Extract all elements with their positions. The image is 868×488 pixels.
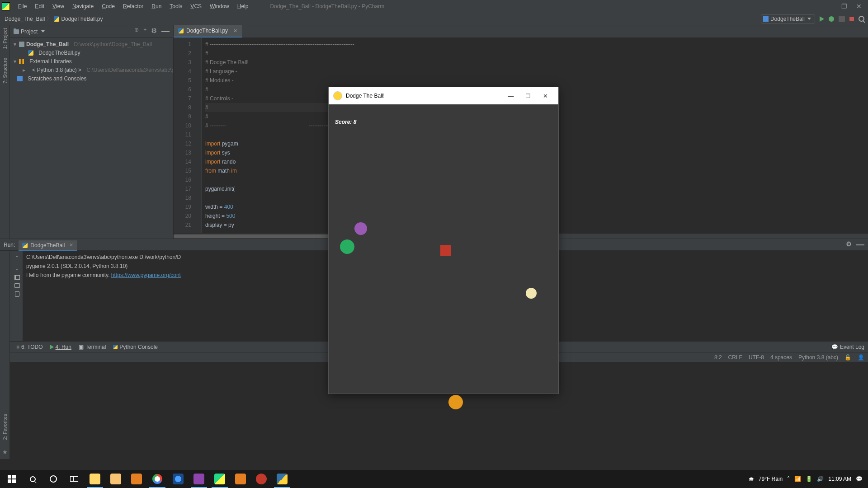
run-button[interactable] bbox=[820, 16, 824, 22]
menu-window[interactable]: Window bbox=[206, 1, 233, 11]
fold-gutter[interactable] bbox=[195, 38, 202, 233]
close-tab-icon[interactable]: ✕ bbox=[69, 242, 73, 248]
menu-tools[interactable]: Tools bbox=[166, 1, 186, 11]
pygame-title-bar[interactable]: Dodge The Ball! — ☐ ✕ bbox=[329, 87, 558, 104]
tab-todo[interactable]: ≡ 6: TODO bbox=[16, 344, 43, 350]
run-tab[interactable]: DodgeTheBall ✕ bbox=[19, 240, 77, 251]
event-log[interactable]: 💬 Event Log bbox=[831, 344, 864, 350]
battery-icon[interactable]: 🔋 bbox=[806, 476, 812, 482]
menu-edit[interactable]: Edit bbox=[31, 1, 48, 11]
editor-tabs: DodgeTheBall.py ✕ bbox=[174, 25, 868, 38]
notifications-icon[interactable]: 💬 bbox=[856, 476, 863, 482]
tab-structure[interactable]: 7: Structure bbox=[2, 58, 8, 84]
readonly-icon[interactable]: 🔓 bbox=[844, 354, 851, 361]
run-with-coverage-button[interactable] bbox=[839, 16, 845, 22]
trash-icon[interactable] bbox=[15, 291, 19, 297]
taskbar-app[interactable] bbox=[251, 470, 271, 488]
maximize-icon[interactable]: ☐ bbox=[519, 93, 537, 99]
tab-python-console[interactable]: Python Console bbox=[113, 344, 158, 350]
task-view-button[interactable] bbox=[64, 470, 84, 488]
project-panel-title: Project bbox=[21, 28, 38, 35]
maximize-icon[interactable]: ❐ bbox=[841, 3, 847, 10]
gear-icon[interactable]: ⚙ bbox=[151, 27, 157, 36]
locate-icon[interactable]: ⊕ bbox=[134, 27, 139, 36]
close-icon[interactable]: ✕ bbox=[856, 3, 862, 10]
run-config-selector[interactable]: DodgeTheBall bbox=[761, 14, 815, 23]
taskbar-app-vs[interactable] bbox=[189, 470, 209, 488]
game-ball bbox=[448, 395, 463, 409]
up-icon[interactable]: ↑ bbox=[15, 253, 19, 261]
tab-favorites[interactable]: 2: Favorites bbox=[2, 414, 8, 440]
game-canvas[interactable]: Score: 8 bbox=[329, 104, 558, 394]
search-everywhere-button[interactable] bbox=[859, 16, 864, 22]
chevron-down-icon[interactable] bbox=[41, 30, 45, 33]
interpreter[interactable]: Python 3.8 (abc) bbox=[798, 354, 838, 361]
soft-wrap-icon[interactable] bbox=[14, 275, 20, 280]
taskbar-app-explorer[interactable] bbox=[85, 470, 105, 488]
system-tray[interactable]: 🌧 79°F Rain ˄ 📶 🔋 🔊 11:09 AM 💬 bbox=[749, 476, 866, 482]
menu-vcs[interactable]: VCS bbox=[187, 1, 205, 11]
project-tree[interactable]: ▾ Dodge_The_Ball D:\work\python\Dodge_Th… bbox=[10, 38, 173, 84]
menu-help[interactable]: Help bbox=[234, 1, 252, 11]
close-tab-icon[interactable]: ✕ bbox=[233, 28, 237, 34]
tree-file[interactable]: DodgeTheBall.py bbox=[38, 50, 80, 56]
menu-navigate[interactable]: Navigate bbox=[69, 1, 97, 11]
windows-taskbar[interactable]: 🌧 79°F Rain ˄ 📶 🔋 🔊 11:09 AM 💬 bbox=[0, 470, 868, 488]
minimize-icon[interactable]: — bbox=[826, 3, 832, 10]
tab-run[interactable]: 4: Run bbox=[50, 344, 71, 350]
star-icon: ★ bbox=[2, 449, 8, 455]
minimize-icon[interactable]: — bbox=[502, 93, 519, 99]
breadcrumb-project[interactable]: Dodge_The_Ball bbox=[5, 16, 45, 22]
start-button[interactable] bbox=[2, 470, 22, 488]
gear-icon[interactable]: ⚙ bbox=[846, 240, 852, 249]
menu-code[interactable]: Code bbox=[98, 1, 118, 11]
menu-run[interactable]: Run bbox=[148, 1, 165, 11]
down-icon[interactable]: ↓ bbox=[15, 264, 19, 272]
hide-icon[interactable]: — bbox=[856, 240, 864, 249]
tab-terminal[interactable]: ▣ Terminal bbox=[79, 344, 106, 350]
tab-project[interactable]: 1: Project bbox=[2, 28, 8, 49]
file-encoding[interactable]: UTF-8 bbox=[749, 354, 764, 361]
search-button[interactable] bbox=[23, 470, 42, 488]
collapse-icon[interactable]: ÷ bbox=[143, 27, 146, 36]
indent[interactable]: 4 spaces bbox=[770, 354, 792, 361]
weather-icon[interactable]: 🌧 bbox=[749, 476, 754, 482]
breadcrumb: Dodge_The_Ball 〉 DodgeTheBall.py bbox=[5, 15, 103, 23]
svg-rect-0 bbox=[8, 475, 11, 479]
tree-root[interactable]: Dodge_The_Ball bbox=[26, 41, 69, 47]
taskbar-app-python[interactable] bbox=[272, 470, 292, 488]
taskbar-app-chrome[interactable] bbox=[147, 470, 167, 488]
menu-refactor[interactable]: Refactor bbox=[119, 1, 147, 11]
main-menu: File Edit View Navigate Code Refactor Ru… bbox=[14, 1, 252, 11]
menu-file[interactable]: File bbox=[14, 1, 30, 11]
game-player-square bbox=[440, 245, 451, 256]
hide-icon[interactable]: — bbox=[161, 27, 170, 36]
cortana-button[interactable] bbox=[43, 470, 63, 488]
line-ending[interactable]: CRLF bbox=[728, 354, 742, 361]
stop-button[interactable] bbox=[849, 17, 854, 21]
memory-icon[interactable]: 👤 bbox=[858, 354, 864, 361]
debug-button[interactable] bbox=[829, 16, 834, 22]
tree-scratches[interactable]: Scratches and Consoles bbox=[28, 75, 86, 82]
tree-python-env[interactable]: < Python 3.8 (abc) > bbox=[32, 67, 81, 73]
print-icon[interactable] bbox=[14, 283, 20, 288]
taskbar-app-folder[interactable] bbox=[106, 470, 126, 488]
taskbar-app[interactable] bbox=[127, 470, 146, 488]
clock[interactable]: 11:09 AM bbox=[828, 476, 851, 482]
taskbar-app[interactable] bbox=[168, 470, 188, 488]
editor-tab[interactable]: DodgeTheBall.py ✕ bbox=[174, 25, 242, 38]
menu-view[interactable]: View bbox=[49, 1, 68, 11]
taskbar-app-sublime[interactable] bbox=[231, 470, 250, 488]
volume-icon[interactable]: 🔊 bbox=[817, 476, 824, 482]
console-link[interactable]: https://www.pygame.org/cont bbox=[111, 272, 181, 278]
taskbar-app-pycharm[interactable] bbox=[210, 470, 230, 488]
window-buttons: — ❐ ✕ bbox=[826, 3, 866, 10]
close-icon[interactable]: ✕ bbox=[537, 93, 554, 99]
tray-chevron-icon[interactable]: ˄ bbox=[787, 476, 790, 482]
tree-external-libs[interactable]: External Libraries bbox=[29, 58, 71, 65]
breadcrumb-file[interactable]: DodgeTheBall.py bbox=[61, 16, 103, 22]
score-text: Score: 8 bbox=[335, 111, 356, 127]
wifi-icon[interactable]: 📶 bbox=[794, 476, 801, 482]
caret-position[interactable]: 8:2 bbox=[714, 354, 722, 361]
pygame-window[interactable]: Dodge The Ball! — ☐ ✕ Score: 8 bbox=[328, 87, 559, 394]
